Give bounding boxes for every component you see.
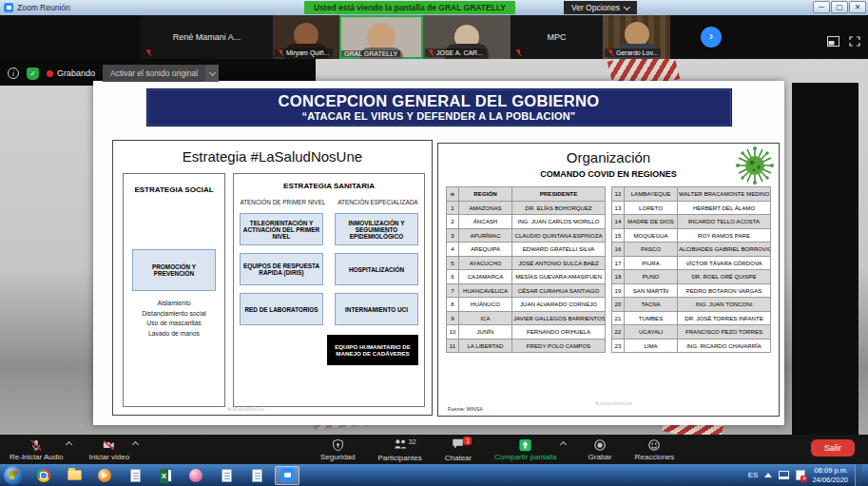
strategy-box: INMOVILIZACIÓN Y SEGUIMIENTO EPIDEMIOLÓG… <box>335 213 418 245</box>
strategy-box: INTERNAMIENTO UCI <box>335 293 418 325</box>
column-header: n <box>447 187 459 202</box>
fullscreen-icon[interactable] <box>849 36 860 47</box>
close-button[interactable]: ✕ <box>849 1 866 13</box>
table-row: 22UCAYALIFRANCISCO PEZO TORRES <box>612 325 771 340</box>
share-screen-label: Compartir pantalla <box>494 453 556 461</box>
show-desktop-button[interactable] <box>855 464 862 486</box>
muted-mic-icon <box>428 49 434 57</box>
column-header: PRESIDENTE <box>512 187 606 202</box>
restore-button[interactable]: ▢ <box>831 1 848 13</box>
table-cell: HERBERT DEL ÁLAMO <box>678 201 771 215</box>
taskbar-item-powerpoint-doc[interactable] <box>214 466 239 485</box>
hidden-icons-arrow[interactable] <box>764 473 772 477</box>
table-cell: FRANCISCO PEZO TORRES <box>678 325 771 340</box>
participant-tile[interactable]: Gerardo Lov... <box>603 15 670 59</box>
participant-tile[interactable]: Miryam Quiñ... <box>273 15 339 59</box>
windows-logo-icon <box>10 471 18 479</box>
action-center-alert-icon[interactable] <box>796 470 805 480</box>
table-row: 23LIMAING. RICARDO CHAVARRÍA <box>612 339 771 353</box>
unmute-audio-button[interactable]: Re-Iniciar Audio <box>10 435 63 464</box>
taskbar-item-word-doc[interactable] <box>123 466 147 485</box>
participant-name: GRAL GRATELLY <box>344 50 397 57</box>
taskbar-item-chrome[interactable] <box>31 466 56 485</box>
start-button[interactable] <box>4 466 23 485</box>
reactions-button[interactable]: Reacciones <box>634 435 674 464</box>
column-header-first-level: ATENCIÓN DE PRIMER NIVEL <box>240 199 325 205</box>
audio-options-chevron[interactable] <box>66 441 72 448</box>
network-icon[interactable] <box>779 471 789 479</box>
table-cell: PEDRO BOTARON VARGAS <box>678 283 771 298</box>
table-cell: 19 <box>612 283 625 298</box>
participant-name: Gerardo Lov... <box>616 49 658 56</box>
language-indicator[interactable]: ES <box>748 471 759 479</box>
view-options-label: Ver Opciones <box>571 3 620 12</box>
table-row: 17PIURAVÍCTOR TÁVARA CÓRDOVA <box>612 256 771 270</box>
start-video-button[interactable]: Iniciar video <box>88 435 129 464</box>
participant-tile-active-speaker[interactable]: GRAL GRATELLY <box>339 15 423 59</box>
taskbar-item-photo-app[interactable] <box>183 466 208 485</box>
table-cell: 3 <box>447 228 459 243</box>
chat-button[interactable]: 1 Chatear <box>445 435 472 464</box>
next-participants-button[interactable]: › <box>701 27 722 48</box>
table-cell: DR. ELÍAS BOHORQUEZ <box>512 201 606 215</box>
taskbar-item-excel[interactable] <box>153 466 178 485</box>
table-cell: 9 <box>447 311 459 325</box>
table-cell: 5 <box>447 256 459 270</box>
table-row: 12LAMBAYEQUEWALTER BRACAMONTE MEDINO <box>612 187 771 202</box>
taskbar-item-explorer[interactable] <box>62 466 87 485</box>
social-measures-list: Aislamiento Distanciamiento social Uso d… <box>124 299 224 339</box>
record-button[interactable]: Grabar <box>588 435 612 464</box>
participant-name: Miryam Quiñ... <box>286 49 330 56</box>
table-cell: 11 <box>447 339 459 353</box>
table-row: 1AMAZONASDR. ELÍAS BOHORQUEZ <box>447 201 606 215</box>
participants-button[interactable]: 32 Participantes <box>377 435 421 464</box>
speaker-view-icon[interactable] <box>827 36 839 47</box>
encryption-shield-icon[interactable]: ✓ <box>27 68 39 80</box>
taskbar-item-media-player[interactable]: ▶ <box>92 466 117 485</box>
table-cell: AYACUCHO <box>459 256 512 270</box>
table-cell: HUÁNUCO <box>459 298 512 312</box>
table-cell: EDWARD GRATELLI SILVA <box>512 243 606 257</box>
participant-tile[interactable]: MPC <box>511 15 603 59</box>
table-row: 16PASCOALCIBIADES GABRIEL BORROVIC <box>612 243 771 257</box>
video-thumbnail-strip: René Mamani A... Miryam Quiñ... GRAL GRA… <box>0 15 868 59</box>
view-options-button[interactable]: Ver Opciones <box>564 1 637 14</box>
social-strategy-title: ESTRATEGIA SOCIAL <box>124 185 224 194</box>
table-cell: 14 <box>612 215 625 229</box>
table-cell: 6 <box>447 270 459 284</box>
folder-icon <box>68 470 82 480</box>
table-cell: JUAN ALVARADO CORNEJO <box>512 298 606 312</box>
original-sound-button[interactable]: Activar el sonido original <box>103 65 219 82</box>
taskbar-item-word-doc-2[interactable] <box>244 466 269 485</box>
table-cell: PASCO <box>625 243 678 257</box>
participants-icon <box>393 437 408 451</box>
chevron-down-icon[interactable] <box>205 65 219 82</box>
security-button[interactable]: Seguridad <box>320 435 355 464</box>
minimize-button[interactable]: ─ <box>813 1 830 13</box>
screen-dark-band <box>792 83 858 435</box>
taskbar-clock[interactable]: 06:09 p.m. 24/06/2020 <box>812 466 848 485</box>
leave-meeting-button[interactable]: Salir <box>811 439 855 457</box>
table-cell: 20 <box>612 298 625 312</box>
table-cell: AMAZONAS <box>459 201 512 215</box>
video-options-chevron[interactable] <box>132 441 139 448</box>
organization-subtitle: COMANDO COVID EN REGIONES <box>438 169 779 179</box>
participant-tile[interactable]: René Mamani A... <box>141 15 273 59</box>
table-cell: ÁNCASH <box>459 215 512 229</box>
chat-label: Chatear <box>445 454 472 462</box>
table-cell: ALCIBIADES GABRIEL BORROVIC <box>678 243 771 257</box>
participant-tile[interactable]: JOSE A. CAR... <box>423 15 511 59</box>
table-cell: WALTER BRACAMONTE MEDINO <box>678 187 771 202</box>
slide-title: CONCEPCION GENERAL DEL GOBIERNO <box>147 92 731 110</box>
table-row: 4AREQUIPAEDWARD GRATELLI SILVA <box>447 243 606 257</box>
strategy-title: Estrategia #LaSaludNosUne <box>113 148 432 165</box>
share-screen-button[interactable]: Compartir pantalla <box>494 435 556 464</box>
taskbar-item-zoom-active[interactable] <box>275 466 299 485</box>
excel-icon <box>160 469 172 482</box>
record-icon <box>593 438 607 452</box>
info-icon[interactable]: i <box>8 68 19 79</box>
photo-app-icon <box>189 469 203 482</box>
reactions-label: Reacciones <box>634 453 674 461</box>
share-options-chevron[interactable] <box>560 441 567 448</box>
unmute-audio-label: Re-Iniciar Audio <box>10 453 63 461</box>
